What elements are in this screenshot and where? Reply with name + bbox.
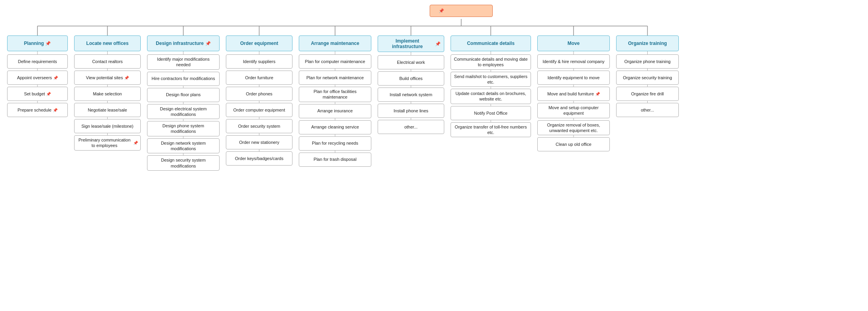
- item-arrange-1[interactable]: Plan for network maintenance: [299, 71, 371, 85]
- item-move-2[interactable]: Move and build furniture📌: [537, 87, 610, 101]
- item-order-2[interactable]: Order phones: [226, 87, 292, 101]
- item-locate-5[interactable]: Preliminary communication to employees📌: [74, 135, 141, 151]
- items-order: Identify suppliersOrder furnitureOrder p…: [223, 54, 296, 166]
- item-note-planning-2: 📌: [46, 91, 51, 97]
- item-arrange-3[interactable]: Arrange insurance: [299, 104, 371, 118]
- root-note-icon: 📌: [439, 8, 444, 13]
- item-planning-3[interactable]: Prepare schedule📌: [7, 103, 68, 117]
- item-label-design-2: Design floor plans: [166, 92, 201, 97]
- header-label-implement: Implement infrastructure: [381, 38, 434, 49]
- item-label-locate-1: View potential sites: [86, 75, 123, 80]
- items-communicate: Communicate details and moving date to e…: [447, 54, 534, 137]
- item-order-3[interactable]: Order computer equipment: [226, 103, 292, 117]
- header-label-planning: Planning: [24, 41, 44, 46]
- item-arrange-4[interactable]: Arrange cleaning service: [299, 120, 371, 134]
- root-node[interactable]: 📌: [430, 5, 493, 17]
- item-locate-4[interactable]: Sign lease/sale (milestone): [74, 119, 141, 133]
- header-arrange[interactable]: Arrange maintenance: [299, 35, 371, 51]
- item-label-arrange-1: Plan for network maintenance: [306, 75, 364, 80]
- item-training-1[interactable]: Organize security training: [616, 71, 679, 85]
- column-move: MoveIdentify & hire removal companyIdent…: [534, 35, 613, 151]
- item-communicate-1[interactable]: Send mailshot to customers, suppliers et…: [451, 72, 531, 87]
- item-arrange-6[interactable]: Plan for trash disposal: [299, 153, 371, 167]
- item-label-locate-3: Negotiate lease/sale: [88, 107, 127, 113]
- header-communicate[interactable]: Communicate details: [451, 35, 531, 51]
- item-order-1[interactable]: Order furniture: [226, 71, 292, 85]
- items-move: Identify & hire removal companyIdentify …: [534, 54, 613, 151]
- item-communicate-3[interactable]: Notify Post Office: [451, 106, 531, 120]
- item-implement-0[interactable]: Electrical work: [378, 55, 444, 69]
- item-communicate-0[interactable]: Communicate details and moving date to e…: [451, 54, 531, 70]
- item-note-locate-1: 📌: [124, 75, 129, 80]
- item-label-move-1: Identify equipment to move: [548, 75, 600, 80]
- item-training-2[interactable]: Organize fire drill: [616, 87, 679, 101]
- item-communicate-2[interactable]: Update contact details on brochures, web…: [451, 89, 531, 104]
- item-planning-0[interactable]: Define requirements: [7, 54, 68, 69]
- item-label-planning-1: Appoint overseers: [17, 75, 52, 80]
- item-label-communicate-0: Communicate details and moving date to e…: [453, 56, 528, 68]
- item-locate-1[interactable]: View potential sites📌: [74, 71, 141, 85]
- header-design[interactable]: Design infrastructure📌: [147, 35, 220, 51]
- item-label-order-3: Order computer equipment: [233, 107, 285, 113]
- item-label-order-0: Identify suppliers: [243, 59, 276, 64]
- item-label-planning-0: Define requirements: [18, 59, 57, 64]
- item-communicate-4[interactable]: Organize transfer of toll-free numbers e…: [451, 122, 531, 138]
- item-move-3[interactable]: Move and setup computer equipment: [537, 103, 610, 118]
- item-design-5[interactable]: Design network system modifications: [147, 138, 220, 154]
- note-icon-planning: 📌: [45, 41, 51, 46]
- item-planning-1[interactable]: Appoint overseers📌: [7, 71, 68, 85]
- item-design-2[interactable]: Design floor plans: [147, 88, 220, 102]
- header-planning[interactable]: Planning📌: [7, 35, 68, 51]
- item-design-0[interactable]: Identify major modifications needed: [147, 54, 220, 70]
- item-label-training-0: Organize phone training: [624, 59, 671, 64]
- item-label-design-0: Identify major modifications needed: [150, 56, 217, 68]
- item-label-locate-0: Contact realtors: [92, 59, 123, 64]
- item-implement-4[interactable]: other...: [378, 120, 444, 134]
- item-implement-1[interactable]: Build offices: [378, 71, 444, 86]
- header-label-arrange: Arrange maintenance: [311, 41, 359, 46]
- item-implement-2[interactable]: Install network system: [378, 88, 444, 102]
- item-label-design-3: Design electrical system modifications: [150, 106, 217, 117]
- header-implement[interactable]: Implement infrastructure📌: [378, 35, 444, 52]
- item-label-order-5: Order new stationery: [239, 140, 279, 145]
- header-training[interactable]: Organize training: [616, 35, 679, 51]
- item-label-design-1: Hire contractors for modifications: [152, 76, 215, 81]
- item-label-order-1: Order furniture: [245, 75, 274, 80]
- item-move-1[interactable]: Identify equipment to move: [537, 71, 610, 85]
- item-design-4[interactable]: Design phone system modifications: [147, 121, 220, 136]
- item-locate-0[interactable]: Contact realtors: [74, 54, 141, 69]
- item-arrange-5[interactable]: Plan for recycling needs: [299, 136, 371, 151]
- item-note-locate-5: 📌: [133, 140, 138, 145]
- items-arrange: Plan for computer maintenancePlan for ne…: [296, 54, 374, 167]
- item-order-0[interactable]: Identify suppliers: [226, 54, 292, 69]
- item-training-3[interactable]: other...: [616, 103, 679, 117]
- item-label-move-0: Identify & hire removal company: [542, 59, 604, 64]
- item-label-order-2: Order phones: [246, 91, 272, 97]
- item-design-6[interactable]: Design security system modifications: [147, 155, 220, 171]
- item-training-0[interactable]: Organize phone training: [616, 54, 679, 69]
- item-move-0[interactable]: Identify & hire removal company: [537, 54, 610, 69]
- item-planning-2[interactable]: Set budget📌: [7, 87, 68, 101]
- header-label-communicate: Communicate details: [467, 41, 515, 46]
- column-order: Order equipmentIdentify suppliersOrder f…: [223, 35, 296, 166]
- header-label-design: Design infrastructure: [156, 41, 203, 46]
- item-arrange-2[interactable]: Plan for office facilities maintenance: [299, 87, 371, 102]
- header-order[interactable]: Order equipment: [226, 35, 292, 51]
- header-move[interactable]: Move: [537, 35, 610, 51]
- item-label-design-6: Design security system modifications: [150, 157, 217, 169]
- header-label-training: Organize training: [628, 41, 667, 46]
- header-locate[interactable]: Locate new offices: [74, 35, 141, 51]
- item-move-5[interactable]: Clean up old office: [537, 137, 610, 151]
- item-order-6[interactable]: Order keys/badges/cards: [226, 151, 292, 166]
- item-move-4[interactable]: Organize removal of boxes, unwanted equi…: [537, 120, 610, 136]
- item-order-4[interactable]: Order security system: [226, 119, 292, 133]
- item-locate-2[interactable]: Make selection: [74, 87, 141, 101]
- item-design-3[interactable]: Design electrical system modifications: [147, 104, 220, 119]
- item-implement-3[interactable]: Install phone lines: [378, 104, 444, 118]
- item-arrange-0[interactable]: Plan for computer maintenance: [299, 54, 371, 69]
- item-label-implement-3: Install phone lines: [393, 108, 428, 114]
- note-icon-design: 📌: [205, 41, 211, 46]
- item-locate-3[interactable]: Negotiate lease/sale: [74, 103, 141, 117]
- item-order-5[interactable]: Order new stationery: [226, 135, 292, 149]
- item-design-1[interactable]: Hire contractors for modifications: [147, 72, 220, 86]
